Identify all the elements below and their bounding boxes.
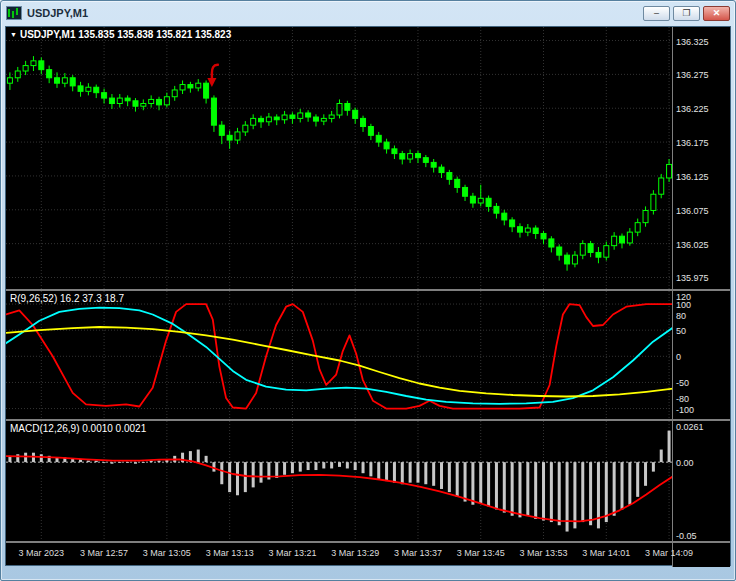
macd-indicator-chart[interactable] bbox=[6, 421, 673, 541]
scale-label: 50 bbox=[676, 326, 686, 336]
scale-label: 135.975 bbox=[676, 273, 709, 283]
time-axis-label: 3 Mar 13:53 bbox=[520, 548, 568, 558]
scale-label: 136.175 bbox=[676, 138, 709, 148]
chart-content: ▼USDJPY,M1 135.835 135.838 135.821 135.8… bbox=[5, 26, 731, 566]
time-axis-label: 3 Mar 2023 bbox=[19, 548, 65, 558]
scale-label: -100 bbox=[676, 405, 694, 415]
scale-label: -80 bbox=[676, 394, 689, 404]
scale-label: 136.125 bbox=[676, 172, 709, 182]
window-controls: – ❐ ✕ bbox=[643, 6, 730, 21]
wpr-mid-line bbox=[6, 308, 673, 404]
candlesticks bbox=[7, 56, 671, 271]
time-axis-label: 3 Mar 13:45 bbox=[457, 548, 505, 558]
ohlc-text: USDJPY,M1 135.835 135.838 135.821 135.82… bbox=[20, 29, 231, 40]
wpr-indicator-chart[interactable] bbox=[6, 291, 673, 419]
scale-label: 80 bbox=[676, 311, 686, 321]
wpr-scale[interactable]: 12010080500-50-80-100 bbox=[672, 291, 730, 419]
time-axis-label: 3 Mar 13:21 bbox=[268, 548, 316, 558]
macd-histogram bbox=[8, 431, 670, 532]
chart-icon bbox=[6, 6, 22, 20]
title-bar[interactable]: USDJPY,M1 – ❐ ✕ bbox=[1, 1, 735, 25]
wpr-indicator-panel[interactable]: R(9,26,52) 16.2 37.3 18.7 bbox=[6, 291, 673, 419]
scale-label: 136.025 bbox=[676, 240, 709, 250]
macd-scale[interactable]: 0.02610.00-0.05 bbox=[672, 421, 730, 541]
scale-label: -50 bbox=[676, 378, 689, 388]
sell-arrow-annotation[interactable] bbox=[207, 65, 219, 87]
scale-label: 136.075 bbox=[676, 206, 709, 216]
window-title: USDJPY,M1 bbox=[27, 7, 88, 19]
symbol-dropdown-icon[interactable]: ▼ bbox=[10, 31, 17, 38]
scale-label: 100 bbox=[676, 300, 691, 310]
scale-label: 136.275 bbox=[676, 70, 709, 80]
macd-indicator-panel[interactable]: MACD(12,26,9) 0.0010 0.0021 bbox=[6, 421, 673, 541]
scale-label: 136.325 bbox=[676, 37, 709, 47]
scale-label: 0 bbox=[676, 352, 681, 362]
candlestick-chart[interactable] bbox=[6, 27, 673, 289]
chart-window: USDJPY,M1 – ❐ ✕ ▼USDJPY,M1 135.835 135.8… bbox=[0, 0, 736, 581]
time-axis[interactable]: 3 Mar 20233 Mar 12:573 Mar 13:053 Mar 13… bbox=[6, 543, 673, 567]
minimize-button[interactable]: – bbox=[643, 6, 670, 21]
time-axis-label: 3 Mar 13:37 bbox=[394, 548, 442, 558]
scale-label: 136.225 bbox=[676, 104, 709, 114]
close-button[interactable]: ✕ bbox=[703, 6, 730, 21]
price-scale[interactable]: 136.325136.275136.225136.175136.125136.0… bbox=[672, 27, 730, 289]
macd-indicator-label: MACD(12,26,9) 0.0010 0.0021 bbox=[10, 423, 146, 434]
restore-button[interactable]: ❐ bbox=[673, 6, 700, 21]
scale-label: 0.0261 bbox=[676, 422, 704, 432]
time-axis-label: 3 Mar 12:57 bbox=[80, 548, 128, 558]
scale-label: -0.05 bbox=[676, 531, 697, 541]
time-axis-label: 3 Mar 14:09 bbox=[645, 548, 693, 558]
time-axis-label: 3 Mar 13:29 bbox=[331, 548, 379, 558]
chart-ohlc-header: ▼USDJPY,M1 135.835 135.838 135.821 135.8… bbox=[10, 29, 231, 40]
time-axis-label: 3 Mar 13:05 bbox=[143, 548, 191, 558]
wpr-indicator-label: R(9,26,52) 16.2 37.3 18.7 bbox=[10, 293, 124, 304]
time-axis-label: 3 Mar 13:13 bbox=[206, 548, 254, 558]
time-axis-label: 3 Mar 14:01 bbox=[582, 548, 630, 558]
scale-label: 0.00 bbox=[676, 458, 694, 468]
price-chart-panel[interactable]: ▼USDJPY,M1 135.835 135.838 135.821 135.8… bbox=[6, 27, 673, 289]
